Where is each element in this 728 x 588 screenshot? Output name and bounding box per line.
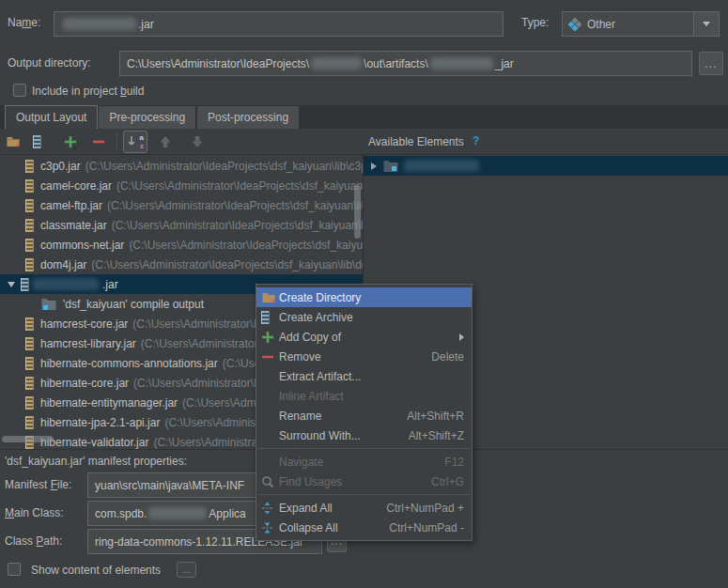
jar-icon — [25, 396, 34, 410]
arrow-up-icon — [159, 135, 172, 148]
new-folder-icon — [6, 134, 21, 149]
jar-icon — [21, 278, 29, 291]
manifest-file-input[interactable]: yuan\src\main\java\META-INF — [87, 472, 271, 498]
other-type-icon — [568, 18, 581, 31]
menu-separator — [257, 448, 471, 449]
find-usages-icon — [261, 475, 279, 488]
minus-icon — [91, 134, 106, 149]
minus-icon — [261, 350, 279, 364]
sort-az-icon — [127, 135, 138, 148]
main-class-label: Main Class: — [5, 506, 64, 519]
menu-item-find-usages: Find Usages Ctrl+G — [256, 472, 472, 491]
redacted-artifact-dir — [430, 57, 493, 70]
manifest-file-label: Manifest File: — [5, 478, 71, 491]
menu-item-expand-all[interactable]: Expand All Ctrl+NumPad + — [256, 498, 472, 518]
available-elements-selected-row[interactable] — [364, 156, 728, 176]
submenu-arrow-icon — [459, 333, 464, 341]
archive-icon — [261, 311, 279, 324]
jar-icon — [25, 416, 34, 429]
layout-toolbar: a z Available Elements ? — [0, 129, 728, 155]
expanded-arrow-icon[interactable] — [6, 282, 17, 287]
toolbar-separator — [116, 134, 117, 149]
tree-row-camel-ftp[interactable]: camel-ftp.jar(C:\Users\Administrator\Ide… — [0, 195, 363, 215]
horizontal-scrollbar[interactable] — [2, 436, 54, 442]
type-dropdown-button[interactable] — [693, 12, 719, 36]
output-path-part2: \out\artifacts\ — [364, 57, 428, 70]
help-icon[interactable]: ? — [472, 134, 479, 147]
jar-icon — [25, 179, 34, 193]
main-class-input[interactable]: com.spdb. Applica — [87, 501, 271, 526]
type-value: Other — [587, 18, 693, 31]
include-in-build-label: Include in project build — [32, 85, 144, 98]
output-path-part1: C:\Users\Administrator\IdeaProjects\ — [127, 57, 309, 70]
tab-output-layout[interactable]: Output Layout — [5, 105, 98, 129]
new-folder-button[interactable] — [3, 132, 23, 152]
output-browse-button[interactable]: ... — [699, 52, 723, 75]
jar-icon — [25, 239, 34, 252]
tree-row-dom4j[interactable]: dom4j.jar(C:\Users\Administrator\IdeaPro… — [0, 255, 363, 274]
class-path-label: Class Path: — [5, 534, 62, 548]
menu-item-extract-artifact[interactable]: Extract Artifact... — [256, 366, 472, 386]
menu-item-remove[interactable]: Remove Delete — [256, 347, 472, 366]
menu-item-create-directory[interactable]: Create Directory — [256, 287, 472, 307]
menu-item-create-archive[interactable]: Create Archive — [256, 307, 472, 327]
arrow-down-icon — [191, 135, 204, 148]
name-label: Name: — [8, 16, 40, 29]
context-menu: Create Directory Create Archive Add Copy… — [256, 284, 472, 541]
expand-all-icon — [261, 502, 279, 515]
tab-post-processing[interactable]: Post-processing — [196, 105, 300, 129]
archive-icon — [33, 135, 41, 148]
menu-item-navigate: Navigate F12 — [256, 452, 472, 472]
tab-bar: Output Layout Pre-processing Post-proces… — [0, 105, 728, 129]
redacted-main-class — [148, 507, 207, 519]
vertical-scrollbar[interactable] — [354, 185, 361, 239]
jar-icon — [25, 199, 34, 212]
jar-icon — [25, 219, 34, 232]
collapsed-arrow-icon[interactable] — [368, 162, 379, 170]
menu-item-surround-with[interactable]: Surround With... Alt+Shift+Z — [256, 426, 472, 445]
available-elements-header: Available Elements — [368, 135, 464, 148]
tree-row-commons-net[interactable]: commons-net.jar(C:\Users\Administrator\I… — [0, 235, 363, 255]
new-archive-button[interactable] — [26, 132, 47, 152]
type-select[interactable]: Other — [562, 11, 720, 37]
plus-icon — [63, 134, 78, 149]
show-content-label: Show content of elements — [31, 564, 161, 577]
menu-item-inline-artifact: Inline Artifact — [256, 386, 472, 406]
menu-item-collapse-all[interactable]: Collapse All Ctrl+NumPad - — [256, 518, 472, 537]
jar-icon — [25, 377, 34, 390]
include-in-build-checkbox[interactable] — [13, 84, 26, 97]
tree-row-classmate[interactable]: classmate.jar(C:\Users\Administrator\Ide… — [0, 215, 363, 235]
module-output-folder-icon — [41, 298, 56, 311]
name-value-suffix: .jar — [138, 18, 154, 31]
collapse-all-icon — [261, 521, 279, 534]
jar-icon — [25, 258, 34, 271]
output-directory-label: Output directory: — [8, 56, 91, 70]
add-button[interactable] — [60, 132, 81, 152]
redacted-project-dir — [311, 57, 362, 70]
jar-icon — [25, 160, 34, 173]
plus-icon — [261, 331, 279, 344]
jar-icon — [25, 337, 34, 350]
remove-button[interactable] — [88, 132, 109, 152]
type-label: Type: — [521, 16, 549, 29]
tab-pre-processing[interactable]: Pre-processing — [98, 105, 196, 129]
artifact-settings-panel: { "header": { "name_label": { "pre": "Na… — [0, 0, 728, 588]
output-directory-input[interactable]: C:\Users\Administrator\IdeaProjects\ \ou… — [119, 51, 692, 76]
name-input[interactable]: .jar — [54, 11, 503, 37]
show-content-options-button[interactable]: ... — [177, 562, 196, 578]
menu-separator — [257, 494, 471, 495]
move-up-button[interactable] — [155, 132, 176, 152]
move-down-button[interactable] — [187, 132, 208, 152]
menu-item-add-copy-of[interactable]: Add Copy of — [256, 327, 472, 347]
redacted-module-name — [404, 160, 479, 172]
chevron-down-icon — [703, 22, 710, 26]
module-folder-icon — [383, 160, 398, 173]
output-path-part3: _jar — [495, 57, 514, 70]
show-content-checkbox[interactable] — [8, 563, 21, 576]
menu-item-rename[interactable]: Rename Alt+Shift+R — [256, 406, 472, 426]
tree-row-c3p0[interactable]: c3p0.jar(C:\Users\Administrator\IdeaProj… — [0, 156, 363, 176]
redacted-name-value — [63, 18, 136, 30]
new-folder-icon — [261, 290, 279, 305]
sort-toggle[interactable]: a z — [123, 131, 147, 153]
tree-row-camel-core[interactable]: camel-core.jar(C:\Users\Administrator\Id… — [0, 176, 363, 195]
